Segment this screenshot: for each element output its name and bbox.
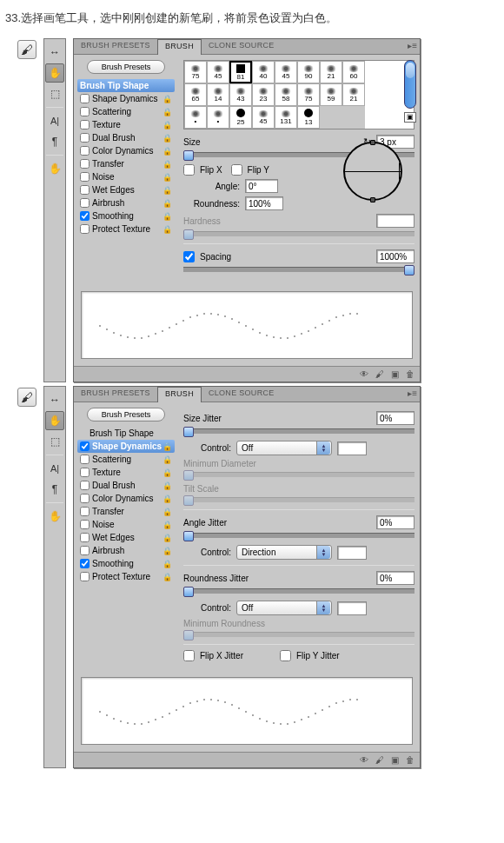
angle-input[interactable] — [245, 179, 278, 193]
footer-trash-icon-2[interactable]: 🗑 — [406, 755, 414, 765]
opt-color-dynamics[interactable]: Color Dynamics🔒 — [77, 144, 175, 157]
size-jitter-slider[interactable] — [183, 428, 414, 434]
footer-brush-icon[interactable]: 🖌 — [375, 369, 384, 379]
angle-control-select[interactable]: Direction▲▼ — [236, 545, 332, 560]
brush-tip-shape[interactable]: Brush Tip Shape — [77, 79, 175, 92]
tool-2[interactable]: ✋ — [45, 63, 64, 83]
footer-brush-icon-2[interactable]: 🖌 — [375, 755, 384, 765]
opt-protect-texture[interactable]: Protect Texture🔒 — [77, 222, 175, 236]
opt-shape-dynamics[interactable]: Shape Dynamics🔒 — [77, 92, 175, 105]
tool-para[interactable]: ¶ — [45, 132, 64, 151]
opt-transfer[interactable]: Transfer🔒 — [77, 157, 175, 170]
brush-tool-icon-2: 🖌 — [17, 388, 36, 407]
brush-presets-button[interactable]: Brush Presets — [87, 60, 165, 74]
tool-3[interactable]: ⬚ — [45, 84, 64, 103]
lock-icon: 🔒 — [162, 95, 172, 103]
spacing-input[interactable] — [376, 249, 414, 263]
brush-tool-icon: 🖌 — [17, 40, 36, 59]
tab-clone[interactable]: CLONE SOURCE — [202, 39, 282, 54]
flip-y-checkbox[interactable] — [231, 164, 242, 176]
roundness-label: Roundness: — [183, 199, 240, 209]
opt-smoothing[interactable]: Smoothing🔒 — [77, 209, 175, 222]
tab-brush[interactable]: BRUSH — [157, 39, 202, 55]
brush-tip-shape-2[interactable]: Brush Tip Shape — [77, 427, 175, 440]
angle-label: Angle: — [183, 182, 240, 191]
step-caption: 33.选择画笔工具，选中刚刚创建的新笔刷，将前景色设置为白色。 — [0, 0, 504, 38]
hardness-input — [376, 214, 414, 228]
tool-hand[interactable]: ✋ — [45, 159, 64, 178]
angle-widget[interactable] — [343, 142, 402, 201]
footer-trash-icon[interactable]: 🗑 — [406, 369, 414, 379]
footer-toggle-icon[interactable]: 👁 — [360, 369, 368, 379]
opt-shape-dynamics-2[interactable]: Shape Dynamics🔒 — [77, 440, 175, 453]
flip-x-jitter-checkbox[interactable] — [183, 650, 195, 661]
tab-brush-2[interactable]: BRUSH — [157, 387, 202, 402]
footer-new-icon-2[interactable]: ▣ — [391, 755, 399, 765]
stroke-preview — [81, 291, 413, 359]
flip-x-checkbox[interactable] — [183, 164, 195, 176]
size-jitter-label: Size Jitter — [183, 414, 225, 423]
spacing-slider[interactable] — [183, 267, 414, 272]
size-jitter-input[interactable] — [376, 411, 414, 425]
round-control-select[interactable]: Off▲▼ — [236, 601, 332, 615]
tool-strip: ↔ ✋ ⬚ A| ¶ ✋ — [43, 38, 66, 382]
size-label: Size — [183, 137, 225, 147]
spacing-checkbox[interactable] — [183, 251, 195, 262]
grid-scrollbar[interactable] — [404, 60, 416, 109]
angle-jitter-slider[interactable] — [183, 533, 414, 538]
opt-dual-brush[interactable]: Dual Brush🔒 — [77, 131, 175, 144]
brush-panel-2: BRUSH PRESETS BRUSH CLONE SOURCE ▸≡ Brus… — [73, 386, 421, 768]
tool-strip-2: ↔ ✋ ⬚ A| ¶ ✋ — [43, 386, 66, 768]
footer-new-icon[interactable]: ▣ — [391, 369, 399, 379]
brush-preset-grid[interactable]: 75458140459021606514432358755921••254513… — [183, 60, 414, 129]
opt-texture[interactable]: Texture🔒 — [77, 118, 175, 131]
panel-menu-icon-2[interactable]: ▸≡ — [408, 388, 417, 398]
opt-airbrush[interactable]: Airbrush🔒 — [77, 196, 175, 209]
round-jitter-slider[interactable] — [183, 588, 414, 594]
flip-y-jitter-checkbox[interactable] — [280, 650, 291, 661]
brush-presets-button-2[interactable]: Brush Presets — [87, 408, 165, 422]
new-brush-icon[interactable]: ▣ — [404, 112, 416, 123]
opt-scattering[interactable]: Scattering🔒 — [77, 105, 175, 118]
tab-presets[interactable]: BRUSH PRESETS — [74, 39, 157, 54]
tool-text[interactable]: A| — [45, 111, 64, 130]
tool-1[interactable]: ↔ — [45, 43, 64, 62]
stroke-preview-2 — [81, 677, 413, 745]
roundness-input[interactable] — [245, 196, 283, 210]
hardness-slider — [183, 231, 414, 236]
footer-toggle-icon-2[interactable]: 👁 — [360, 755, 368, 765]
brush-panel-1: BRUSH PRESETS BRUSH CLONE SOURCE ▸≡ Brus… — [73, 38, 421, 382]
tab-presets-2[interactable]: BRUSH PRESETS — [74, 387, 157, 402]
size-control-select[interactable]: Off▲▼ — [236, 441, 332, 455]
angle-jitter-input[interactable] — [376, 515, 414, 529]
round-jitter-input[interactable] — [376, 571, 414, 585]
hardness-label: Hardness — [183, 216, 225, 226]
opt-noise[interactable]: Noise🔒 — [77, 170, 175, 183]
tab-clone-2[interactable]: CLONE SOURCE — [202, 387, 282, 402]
panel-menu-icon[interactable]: ▸≡ — [408, 41, 417, 50]
opt-wet-edges[interactable]: Wet Edges🔒 — [77, 183, 175, 196]
